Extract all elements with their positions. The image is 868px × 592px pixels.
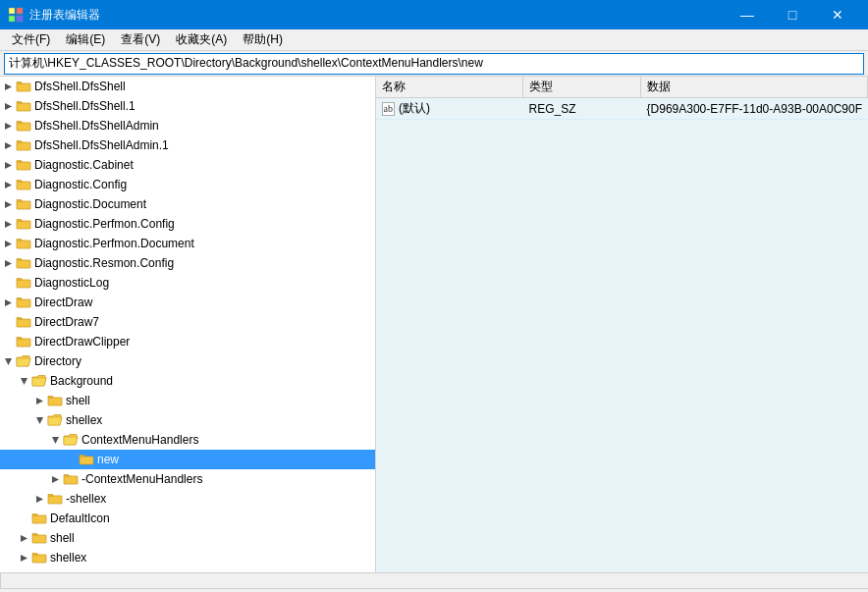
menu-help[interactable]: 帮助(H): [235, 29, 291, 51]
tree-item-shell2[interactable]: shell: [0, 528, 375, 548]
expand-arrow[interactable]: [0, 194, 16, 214]
svg-rect-13: [17, 162, 30, 170]
tree-item-diagnostic6[interactable]: Diagnostic.Resmon.Config: [0, 253, 375, 273]
folder-icon: [16, 98, 31, 114]
expand-arrow[interactable]: [16, 509, 31, 528]
tree-item-directdraw7[interactable]: DirectDraw7: [0, 312, 375, 332]
tree-item-diagnostic3[interactable]: Diagnostic.Document: [0, 194, 375, 214]
tree-item-new[interactable]: new: [0, 450, 375, 469]
svg-rect-11: [17, 142, 30, 150]
expand-arrow[interactable]: [47, 430, 63, 450]
expand-arrow[interactable]: [47, 469, 63, 489]
tree-item-shellex2[interactable]: -shellex: [0, 489, 375, 509]
expand-arrow[interactable]: [31, 410, 47, 430]
tree-item-shellex[interactable]: shellex: [0, 410, 375, 430]
svg-marker-33: [36, 417, 43, 424]
col-data[interactable]: 数据: [641, 77, 868, 97]
tree-label: Diagnostic.Cabinet: [34, 155, 134, 175]
tree-item-diagnostic5[interactable]: Diagnostic.Perfmon.Document: [0, 234, 375, 253]
tree-item-dfsshell3[interactable]: DfsShell.DfsShellAdmin.1: [0, 135, 375, 155]
svg-rect-0: [9, 8, 15, 14]
expand-arrow[interactable]: [0, 332, 16, 351]
menu-favorites[interactable]: 收藏夹(A): [168, 29, 235, 51]
tree-item-diagnostic4[interactable]: Diagnostic.Perfmon.Config: [0, 214, 375, 234]
tree-item-defaulticon[interactable]: DefaultIcon: [0, 509, 375, 528]
tree-label: DfsShell.DfsShellAdmin: [34, 116, 159, 135]
tree-label: shellex: [50, 548, 86, 567]
tree-label: -shellex: [66, 489, 106, 509]
tree-item-shellex3[interactable]: shellex: [0, 548, 375, 567]
tree-item-directory[interactable]: Directory: [0, 351, 375, 371]
expand-arrow[interactable]: [0, 312, 16, 332]
close-button[interactable]: ✕: [815, 0, 860, 29]
tree-item-diagnostic2[interactable]: Diagnostic.Config: [0, 175, 375, 194]
address-bar: [0, 51, 868, 77]
expand-arrow[interactable]: [31, 391, 47, 410]
tree-item-diagnostic1[interactable]: Diagnostic.Cabinet: [0, 155, 375, 175]
expand-arrow[interactable]: [0, 96, 16, 116]
tree-item-directdraw[interactable]: DirectDraw: [0, 293, 375, 312]
tree-item-background[interactable]: Background: [0, 371, 375, 391]
expand-arrow[interactable]: [0, 175, 16, 194]
tree-item-dfsshell[interactable]: DfsShell.DfsShell: [0, 77, 375, 96]
expand-arrow[interactable]: [0, 234, 16, 253]
expand-arrow[interactable]: [16, 528, 31, 548]
tree-label: Diagnostic.Perfmon.Document: [34, 234, 194, 253]
menu-view[interactable]: 查看(V): [113, 29, 168, 51]
expand-arrow[interactable]: [0, 293, 16, 312]
tree-item-contextmenuhandlers[interactable]: ContextMenuHandlers: [0, 430, 375, 450]
tree-item-dfsshell1[interactable]: DfsShell.DfsShell.1: [0, 96, 375, 116]
svg-rect-21: [17, 241, 30, 248]
expand-arrow[interactable]: [0, 155, 16, 175]
tree-item-shell[interactable]: shell: [0, 391, 375, 410]
expand-arrow[interactable]: [16, 548, 31, 567]
expand-arrow[interactable]: [16, 371, 31, 391]
name-text: (默认): [399, 100, 430, 117]
tree-item-dfsshell2[interactable]: DfsShell.DfsShellAdmin: [0, 116, 375, 135]
tree-item-contextmenuhandlers2[interactable]: -ContextMenuHandlers: [0, 469, 375, 489]
col-type[interactable]: 类型: [523, 77, 641, 97]
tree-item-diagnosticlog[interactable]: DiagnosticLog: [0, 273, 375, 293]
svg-rect-26: [17, 299, 30, 307]
list-body[interactable]: ab(默认)REG_SZ{D969A300-E7FF-11d0-A93B-00A…: [376, 98, 868, 572]
tree-panel[interactable]: DfsShell.DfsShell DfsShell.DfsShell.1 Df…: [0, 77, 376, 572]
col-name[interactable]: 名称: [376, 77, 523, 97]
expand-arrow[interactable]: [0, 253, 16, 273]
tree-label: DfsShell.DfsShell: [34, 77, 126, 96]
svg-marker-30: [21, 378, 27, 385]
list-hscroll[interactable]: [1, 573, 868, 588]
folder-icon: [31, 550, 47, 565]
tree-label: DirectDraw7: [34, 312, 99, 332]
menu-file[interactable]: 文件(F): [4, 29, 58, 51]
right-panel: 名称 类型 数据 ab(默认)REG_SZ{D969A300-E7FF-11d0…: [376, 77, 868, 572]
svg-rect-39: [48, 496, 62, 504]
svg-rect-5: [17, 83, 30, 91]
expand-arrow[interactable]: [0, 116, 16, 135]
svg-marker-10: [5, 142, 12, 149]
menu-edit[interactable]: 编辑(E): [58, 29, 113, 51]
expand-arrow[interactable]: [31, 489, 47, 509]
expand-arrow[interactable]: [63, 450, 79, 469]
expand-arrow[interactable]: [0, 77, 16, 96]
svg-marker-14: [5, 182, 12, 188]
expand-arrow[interactable]: [0, 214, 16, 234]
svg-rect-27: [17, 319, 30, 327]
title-bar-left: 注册表编辑器: [8, 7, 100, 24]
list-row[interactable]: ab(默认)REG_SZ{D969A300-E7FF-11d0-A93B-00A…: [376, 98, 868, 120]
expand-arrow[interactable]: [0, 351, 16, 371]
folder-icon: [16, 255, 31, 271]
expand-arrow[interactable]: [0, 135, 16, 155]
maximize-button[interactable]: □: [770, 0, 815, 29]
address-input[interactable]: [4, 53, 864, 75]
folder-icon: [16, 177, 31, 192]
expand-arrow[interactable]: [0, 273, 16, 293]
minimize-button[interactable]: —: [725, 0, 770, 29]
folder-icon: [16, 275, 31, 291]
tree-item-directdrawclipper[interactable]: DirectDrawClipper: [0, 332, 375, 351]
svg-marker-22: [5, 260, 12, 267]
folder-icon: [16, 196, 31, 212]
tree-label: DiagnosticLog: [34, 273, 109, 293]
tree-label: DirectDrawClipper: [34, 332, 130, 351]
tree-hscroll[interactable]: [0, 573, 1, 588]
svg-marker-20: [5, 241, 12, 247]
